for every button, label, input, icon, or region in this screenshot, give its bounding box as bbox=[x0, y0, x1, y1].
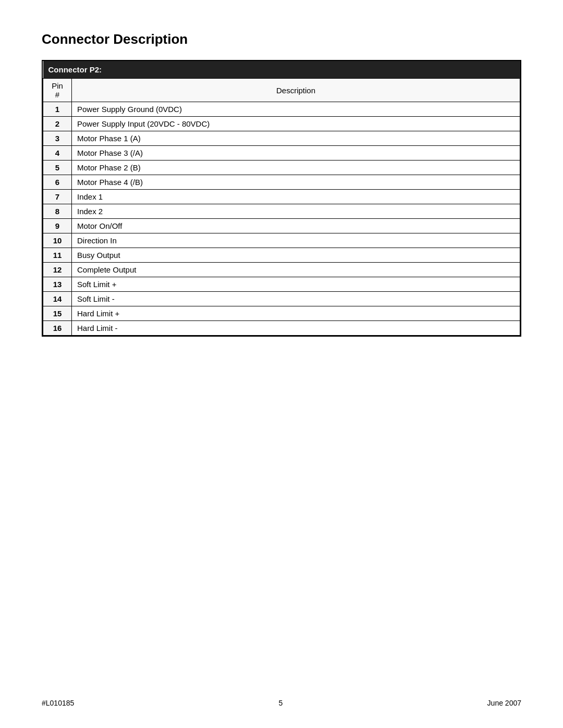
pin-description: Motor Phase 3 (/A) bbox=[72, 146, 520, 161]
connector-header: Connector P2: bbox=[43, 61, 520, 79]
pin-number: 14 bbox=[43, 292, 72, 306]
table-row: 5Motor Phase 2 (B) bbox=[43, 161, 520, 175]
table-row: 12Complete Output bbox=[43, 263, 520, 277]
pin-number: 9 bbox=[43, 219, 72, 233]
pin-number: 15 bbox=[43, 306, 72, 321]
table-row: 7Index 1 bbox=[43, 190, 520, 204]
page-title: Connector Description bbox=[42, 31, 521, 47]
col-header-desc: Description bbox=[72, 79, 520, 102]
footer-right: June 2007 bbox=[487, 699, 521, 707]
pin-number: 12 bbox=[43, 263, 72, 277]
footer-left: #L010185 bbox=[42, 699, 74, 707]
col-header-pin: Pin # bbox=[43, 79, 72, 102]
table-row: 13Soft Limit + bbox=[43, 277, 520, 292]
table-row: 1Power Supply Ground (0VDC) bbox=[43, 102, 520, 117]
footer-center: 5 bbox=[279, 699, 283, 707]
pin-number: 8 bbox=[43, 204, 72, 219]
pin-number: 11 bbox=[43, 248, 72, 263]
table-row: 16Hard Limit - bbox=[43, 321, 520, 336]
table-row: 4Motor Phase 3 (/A) bbox=[43, 146, 520, 161]
pin-description: Index 1 bbox=[72, 190, 520, 204]
connector-table: Connector P2: Pin # Description 1Power S… bbox=[43, 61, 520, 336]
table-row: 11Busy Output bbox=[43, 248, 520, 263]
table-row: 10Direction In bbox=[43, 233, 520, 248]
column-header-row: Pin # Description bbox=[43, 79, 520, 102]
pin-description: Complete Output bbox=[72, 263, 520, 277]
pin-number: 5 bbox=[43, 161, 72, 175]
pin-description: Motor Phase 2 (B) bbox=[72, 161, 520, 175]
pin-description: Soft Limit + bbox=[72, 277, 520, 292]
pin-description: Index 2 bbox=[72, 204, 520, 219]
pin-description: Motor Phase 4 (/B) bbox=[72, 175, 520, 190]
pin-number: 4 bbox=[43, 146, 72, 161]
pin-number: 7 bbox=[43, 190, 72, 204]
table-row: 3Motor Phase 1 (A) bbox=[43, 131, 520, 146]
connector-header-row: Connector P2: bbox=[43, 61, 520, 79]
pin-description: Hard Limit - bbox=[72, 321, 520, 336]
pin-description: Direction In bbox=[72, 233, 520, 248]
pin-number: 10 bbox=[43, 233, 72, 248]
table-row: 2Power Supply Input (20VDC - 80VDC) bbox=[43, 117, 520, 131]
pin-number: 3 bbox=[43, 131, 72, 146]
pin-number: 1 bbox=[43, 102, 72, 117]
table-row: 9Motor On/Off bbox=[43, 219, 520, 233]
table-row: 15Hard Limit + bbox=[43, 306, 520, 321]
pin-number: 2 bbox=[43, 117, 72, 131]
pin-description: Hard Limit + bbox=[72, 306, 520, 321]
table-row: 14Soft Limit - bbox=[43, 292, 520, 306]
pin-description: Soft Limit - bbox=[72, 292, 520, 306]
page-footer: #L010185 5 June 2007 bbox=[0, 699, 563, 707]
pin-description: Power Supply Input (20VDC - 80VDC) bbox=[72, 117, 520, 131]
pin-description: Motor On/Off bbox=[72, 219, 520, 233]
pin-number: 16 bbox=[43, 321, 72, 336]
pin-number: 13 bbox=[43, 277, 72, 292]
connector-table-wrapper: Connector P2: Pin # Description 1Power S… bbox=[42, 60, 521, 337]
table-row: 8Index 2 bbox=[43, 204, 520, 219]
table-body: 1Power Supply Ground (0VDC)2Power Supply… bbox=[43, 102, 520, 336]
pin-description: Power Supply Ground (0VDC) bbox=[72, 102, 520, 117]
pin-description: Motor Phase 1 (A) bbox=[72, 131, 520, 146]
pin-number: 6 bbox=[43, 175, 72, 190]
table-row: 6Motor Phase 4 (/B) bbox=[43, 175, 520, 190]
pin-description: Busy Output bbox=[72, 248, 520, 263]
